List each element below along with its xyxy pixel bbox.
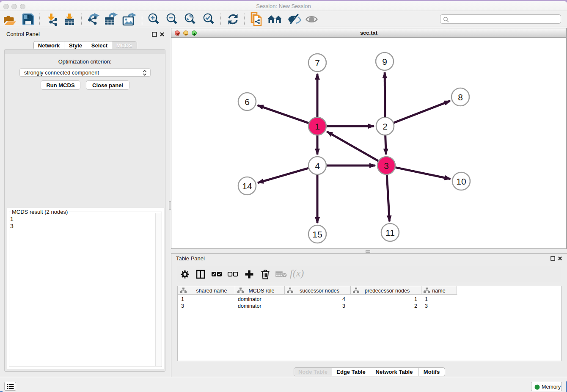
- svg-text:1: 1: [315, 121, 320, 131]
- svg-text:6: 6: [245, 97, 250, 107]
- svg-text:15: 15: [312, 229, 322, 239]
- svg-text:8: 8: [458, 92, 463, 102]
- svg-text:14: 14: [242, 181, 252, 191]
- svg-text:7: 7: [315, 58, 320, 68]
- svg-text:3: 3: [384, 161, 389, 171]
- svg-text:11: 11: [385, 228, 395, 237]
- svg-text:2: 2: [383, 121, 388, 131]
- svg-text:4: 4: [315, 161, 320, 171]
- svg-text:MCDS role: MCDS role: [248, 288, 274, 294]
- svg-text:name: name: [432, 288, 445, 294]
- svg-text:predecessor nodes: predecessor nodes: [365, 288, 410, 294]
- svg-text:9: 9: [382, 57, 387, 66]
- svg-text:shared name: shared name: [196, 288, 227, 294]
- svg-text:successor nodes: successor nodes: [300, 288, 339, 294]
- svg-text:10: 10: [456, 177, 466, 186]
